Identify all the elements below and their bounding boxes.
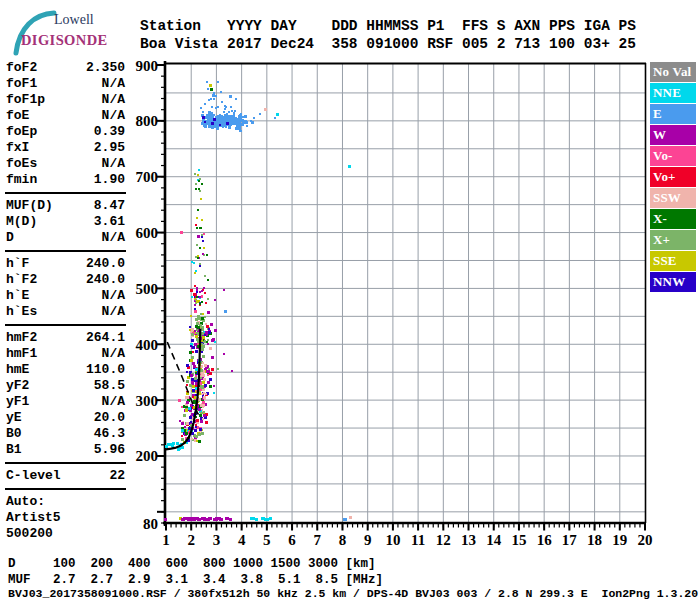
doppler-direction-legend: No ValNNEEWVo-Vo+SSWX-X+SSENNW bbox=[650, 62, 696, 293]
legend-item-sse: SSE bbox=[650, 251, 696, 271]
muf-row: MUF 2.7 2.7 2.9 3.1 3.4 3.8 5.1 8.5 [MHz… bbox=[8, 572, 383, 588]
x-tick-label: 12 bbox=[436, 532, 451, 548]
file-info-line: BVJ03_2017358091000.RSF / 380fx512h 50 k… bbox=[8, 588, 698, 600]
y-tick-label: 800 bbox=[136, 113, 159, 129]
legend-item-x: X- bbox=[650, 209, 696, 229]
y-tick-label: 300 bbox=[136, 393, 159, 409]
legend-item-nnw: NNW bbox=[650, 272, 696, 292]
y-tick-label: 200 bbox=[136, 448, 159, 464]
x-tick-label: 19 bbox=[612, 532, 627, 548]
x-tick-label: 11 bbox=[411, 532, 425, 548]
y-tick-label: 80 bbox=[143, 516, 158, 532]
x-tick-label: 16 bbox=[537, 532, 553, 548]
y-tick-label: 400 bbox=[136, 337, 159, 353]
y-tick-label: 500 bbox=[136, 281, 159, 297]
ionogram-chart: 9008007006005004003002008012345678910111… bbox=[0, 0, 700, 600]
y-tick-label: 900 bbox=[136, 58, 159, 74]
x-tick-label: 3 bbox=[213, 532, 221, 548]
x-tick-label: 6 bbox=[288, 532, 296, 548]
x-tick-label: 15 bbox=[511, 532, 526, 548]
legend-item-ssw: SSW bbox=[650, 188, 696, 208]
x-tick-label: 9 bbox=[364, 532, 372, 548]
x-tick-label: 13 bbox=[461, 532, 476, 548]
x-tick-label: 17 bbox=[562, 532, 578, 548]
legend-item-e: E bbox=[650, 104, 696, 124]
x-tick-label: 20 bbox=[638, 532, 653, 548]
x-tick-label: 2 bbox=[187, 532, 195, 548]
x-tick-label: 5 bbox=[263, 532, 271, 548]
legend-item-noval: No Val bbox=[650, 62, 696, 82]
x-tick-label: 7 bbox=[314, 532, 322, 548]
distance-row: D 100 200 400 600 800 1000 1500 3000 [km… bbox=[8, 556, 376, 572]
y-tick-label: 600 bbox=[136, 225, 159, 241]
x-tick-label: 10 bbox=[385, 532, 400, 548]
legend-item-vo: Vo- bbox=[650, 146, 696, 166]
legend-item-w: W bbox=[650, 125, 696, 145]
x-tick-label: 8 bbox=[339, 532, 347, 548]
x-tick-label: 4 bbox=[238, 532, 246, 548]
legend-item-vo+: Vo+ bbox=[650, 167, 696, 187]
digisonde-ionogram-view: Lowell DIGISONDE Station YYYY DAY DDD HH… bbox=[0, 0, 700, 600]
x-tick-label: 1 bbox=[162, 532, 170, 548]
x-tick-label: 18 bbox=[587, 532, 602, 548]
legend-item-x+: X+ bbox=[650, 230, 696, 250]
x-tick-label: 14 bbox=[486, 532, 502, 548]
legend-item-nne: NNE bbox=[650, 83, 696, 103]
y-tick-label: 700 bbox=[136, 169, 159, 185]
